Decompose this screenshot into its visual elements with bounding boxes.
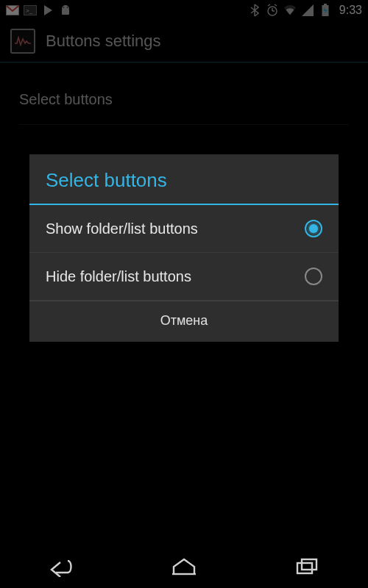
svg-rect-17 <box>297 563 312 573</box>
dialog-backdrop[interactable]: Select buttons Show folder/list buttons … <box>0 0 368 588</box>
dialog-title: Select buttons <box>29 154 339 204</box>
option-label: Show folder/list buttons <box>46 220 305 237</box>
radio-unchecked-icon <box>305 268 322 285</box>
cancel-button[interactable]: Отмена <box>29 301 339 342</box>
option-show-buttons[interactable]: Show folder/list buttons <box>29 205 339 253</box>
home-button[interactable] <box>158 552 210 581</box>
navigation-bar <box>0 545 368 588</box>
back-button[interactable] <box>35 552 88 581</box>
cancel-button-label: Отмена <box>160 313 208 328</box>
option-label: Hide folder/list buttons <box>46 268 305 285</box>
select-buttons-dialog: Select buttons Show folder/list buttons … <box>29 154 339 342</box>
svg-rect-18 <box>302 559 316 570</box>
recent-apps-button[interactable] <box>280 552 333 581</box>
radio-checked-icon <box>305 220 322 237</box>
option-hide-buttons[interactable]: Hide folder/list buttons <box>29 253 339 301</box>
